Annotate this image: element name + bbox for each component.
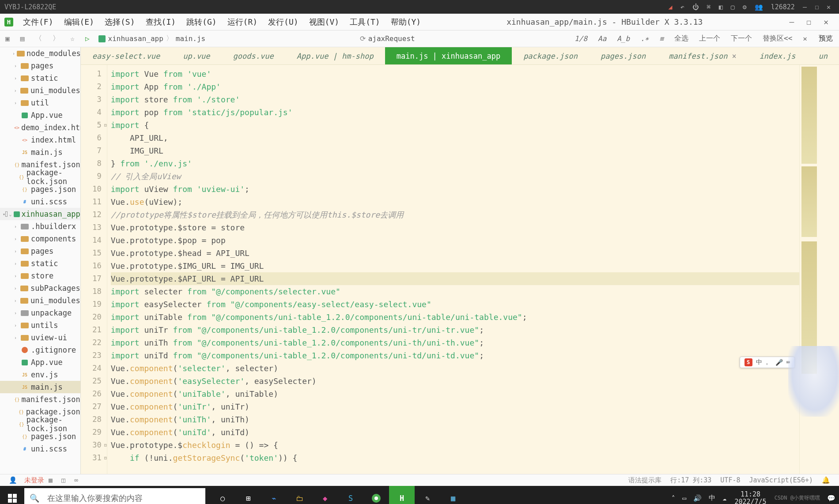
star-icon[interactable]: ☆ xyxy=(70,34,75,43)
menu-item[interactable]: 编辑(E) xyxy=(64,17,94,26)
code-line[interactable]: import uniTable from "@/components/uni-t… xyxy=(111,311,799,323)
notification-icon[interactable]: 🔔 xyxy=(822,476,830,484)
menu-item[interactable]: 跳转(G) xyxy=(186,17,217,26)
tree-file[interactable]: {}manifest.json xyxy=(0,393,80,406)
tree-file[interactable]: {}package-lock.json xyxy=(0,171,80,183)
app-minimize-icon[interactable]: — xyxy=(789,17,794,26)
tree-folder[interactable]: ›pages xyxy=(0,245,80,257)
ime-toolbar[interactable]: S 中 。 🎤 ⌨ xyxy=(740,357,795,368)
panel-bottom-icon[interactable]: ▤ xyxy=(20,34,25,43)
preview-button[interactable]: 预览 xyxy=(819,34,833,43)
app-close-icon[interactable]: ✕ xyxy=(824,17,828,26)
code-line[interactable]: IMG_URL xyxy=(111,144,799,157)
menu-item[interactable]: 发行(U) xyxy=(268,17,299,26)
tree-file[interactable]: JSmain.js xyxy=(0,146,80,158)
nav-forward-icon[interactable]: 〉 xyxy=(53,34,60,43)
tree-folder[interactable]: ›unpackage xyxy=(0,307,80,319)
code-line[interactable]: Vue.use(uView); xyxy=(111,196,799,208)
code-line[interactable]: // 引入全局uView xyxy=(111,170,799,183)
close-icon[interactable]: ✕ xyxy=(827,3,831,11)
menu-item[interactable]: 文件(F) xyxy=(23,17,53,26)
code-line[interactable]: import easySelecter from "@/components/e… xyxy=(111,298,799,311)
tree-folder[interactable]: ›util xyxy=(0,97,80,109)
editor-tab[interactable]: index.js xyxy=(748,47,807,64)
menu-item[interactable]: 运行(R) xyxy=(227,17,258,26)
tree-file[interactable]: <>index.html xyxy=(0,134,80,146)
user-icon[interactable]: 👤 xyxy=(9,476,17,484)
code-lines[interactable]: import Vue from 'vue'import App from './… xyxy=(107,65,799,474)
window-icon[interactable]: ▢ xyxy=(731,3,735,11)
code-line[interactable]: import Vue from 'vue' xyxy=(111,68,799,80)
code-line[interactable]: Vue.component('uniTr', uniTr) xyxy=(111,400,799,413)
code-line[interactable]: Vue.component('selecter', selecter) xyxy=(111,362,799,375)
menu-item[interactable]: 工具(T) xyxy=(350,17,380,26)
tree-file[interactable]: {}package-lock.json xyxy=(0,418,80,430)
tree-folder[interactable]: ›subPackages xyxy=(0,282,80,294)
editor-tab[interactable]: un xyxy=(807,47,839,64)
ime-lang[interactable]: 中 xyxy=(756,358,762,366)
tree-folder[interactable]: ›uview-ui xyxy=(0,331,80,344)
code-line[interactable]: } from './env.js' xyxy=(111,157,799,170)
start-button[interactable] xyxy=(0,486,24,504)
editor-tab[interactable]: manifest.json× xyxy=(657,47,748,64)
login-status[interactable]: 未登录 xyxy=(24,476,44,485)
code-line[interactable]: Vue.prototype.$head = API_URL xyxy=(111,247,799,260)
code-line[interactable]: import pop from 'static/js/popular.js' xyxy=(111,106,799,119)
tree-file[interactable]: {}pages.json xyxy=(0,430,80,443)
list-icon[interactable]: ≡ xyxy=(659,34,664,43)
explorer-app-icon[interactable]: 🗀 xyxy=(287,486,312,504)
editor-tab[interactable]: main.js | xinhuasan_app xyxy=(385,47,512,64)
run-icon[interactable]: ▷ xyxy=(85,34,90,43)
code-line[interactable]: import uniTr from "@/components/uni-tabl… xyxy=(111,323,799,336)
code-line[interactable]: import uniTh from "@/components/uni-tabl… xyxy=(111,336,799,349)
tree-file[interactable]: JSmain.js xyxy=(0,381,80,393)
ajax-label[interactable]: ajaxRequest xyxy=(368,34,415,43)
code-line[interactable]: Vue.prototype.$API_URL = API_URL xyxy=(111,272,799,285)
dock-icon[interactable]: ◧ xyxy=(719,3,723,11)
notifications-icon[interactable]: 💬 xyxy=(827,494,835,502)
ime-punct-icon[interactable]: 。 xyxy=(766,358,772,366)
intellij-app-icon[interactable]: ◆ xyxy=(312,486,338,504)
code-line[interactable]: import uView from 'uview-ui'; xyxy=(111,183,799,196)
onedrive-icon[interactable]: ☁ xyxy=(722,494,726,502)
close-search-icon[interactable]: ✕ xyxy=(803,34,807,43)
tree-folder[interactable]: ›untils xyxy=(0,319,80,331)
editor-tab[interactable]: goods.vue xyxy=(222,47,285,64)
console-icon[interactable]: ◫ xyxy=(61,476,65,484)
menu-item[interactable]: 视图(V) xyxy=(309,17,340,26)
maximize-icon[interactable]: ☐ xyxy=(815,3,819,11)
code-line[interactable]: import store from './store' xyxy=(111,93,799,106)
tree-file[interactable]: {}pages.json xyxy=(0,183,80,196)
tree-file[interactable]: ▾⌄xinhuasan_app xyxy=(0,208,80,220)
ime-mic-icon[interactable]: 🎤 xyxy=(775,359,783,366)
tree-file[interactable]: <>demo_index.html xyxy=(0,121,80,134)
code-line[interactable]: //prototype将属性$store挂载到全局，任何地方可以使用this.$… xyxy=(111,208,799,221)
panel-left-icon[interactable]: ▣ xyxy=(5,34,10,43)
nav-replace[interactable]: 替换区<< xyxy=(763,34,792,43)
tree-folder[interactable]: ›components xyxy=(0,233,80,245)
tab-close-icon[interactable]: × xyxy=(732,52,736,60)
whole-word-icon[interactable]: A̲b xyxy=(617,34,630,43)
code-line[interactable]: Vue.prototype.$IMG_URL = IMG_URL xyxy=(111,260,799,272)
code-line[interactable]: import selecter from "@/components/selec… xyxy=(111,285,799,298)
editor-tab[interactable]: easy-select.vue xyxy=(81,47,172,64)
code-line[interactable]: Vue.prototype.$checklogin = () => { xyxy=(111,439,799,451)
power-icon[interactable]: ⏻ xyxy=(692,3,699,11)
code-line[interactable]: API_URL, xyxy=(111,132,799,144)
code-line[interactable]: import uniTd from "@/components/uni-tabl… xyxy=(111,349,799,362)
code-area[interactable]: 12345⊟6789101112131415161718192021222324… xyxy=(81,65,839,474)
terminal-icon[interactable]: ▦ xyxy=(49,476,53,484)
regex-icon[interactable]: .∗ xyxy=(640,34,649,43)
tree-folder[interactable]: ›node_modules xyxy=(0,47,80,60)
reply-icon[interactable]: ↶ xyxy=(680,3,684,11)
tree-folder[interactable]: ›static xyxy=(0,72,80,84)
app-maximize-icon[interactable]: ☐ xyxy=(806,17,811,26)
tree-folder[interactable]: ›store xyxy=(0,270,80,282)
taskbar-search[interactable]: 🔍 在这里输入你要搜索的内容 xyxy=(24,488,205,504)
people-icon[interactable]: 👥 xyxy=(755,3,763,11)
nav-select-all[interactable]: 全选 xyxy=(674,34,688,43)
code-line[interactable]: Vue.component('easySelecter', easySelect… xyxy=(111,375,799,387)
tree-file[interactable]: App.vue xyxy=(0,109,80,121)
case-sensitive-icon[interactable]: Aa xyxy=(598,34,606,43)
nav-next[interactable]: 下一个 xyxy=(731,34,752,43)
